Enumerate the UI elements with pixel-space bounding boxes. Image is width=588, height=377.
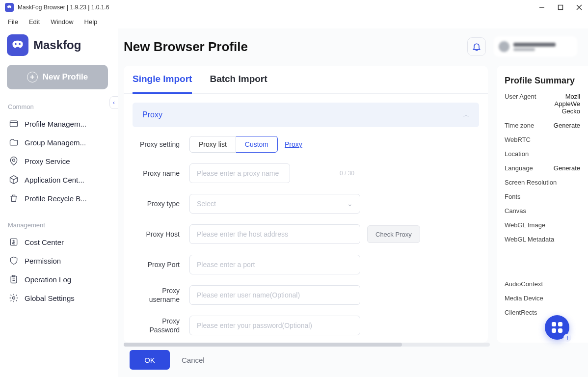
proxy-password-label: Proxy Password: [136, 317, 189, 334]
gear-icon: [9, 293, 19, 303]
window-close-icon[interactable]: [575, 3, 583, 11]
new-profile-label: New Profile: [43, 72, 88, 82]
proxy-port-label: Proxy Port: [136, 260, 189, 269]
page-title: New Browser Profile: [124, 39, 467, 54]
proxy-host-input[interactable]: [189, 224, 360, 244]
sidebar-item-label: Permission: [25, 257, 61, 265]
summary-audio: AudioContext: [505, 280, 580, 288]
proxy-name-label: Proxy name: [136, 169, 189, 178]
user-menu[interactable]: [494, 36, 577, 57]
menu-window[interactable]: Window: [46, 17, 78, 27]
segment-proxy-list[interactable]: Proxy list: [189, 136, 236, 153]
svg-rect-1: [559, 5, 563, 10]
dollar-icon: [9, 237, 19, 247]
app-icon: [5, 3, 14, 12]
proxy-type-placeholder: Select: [197, 200, 216, 208]
summary-timezone-value: Generate: [554, 122, 580, 129]
trash-icon: [9, 193, 19, 203]
menu-edit[interactable]: Edit: [24, 17, 45, 27]
fab-add-badge: +: [563, 334, 571, 342]
sidebar-item-application-center[interactable]: Application Cent...: [7, 170, 111, 189]
proxy-port-input[interactable]: [189, 255, 360, 274]
menu-file[interactable]: File: [3, 17, 23, 27]
import-tabs: Single Import Batch Import: [124, 66, 488, 94]
sidebar-item-label: Operation Log: [25, 275, 71, 284]
segment-custom[interactable]: Custom: [236, 136, 278, 153]
check-proxy-button[interactable]: Check Proxy: [367, 225, 420, 243]
chevron-up-icon: ︿: [463, 111, 469, 119]
proxy-type-select[interactable]: Select ⌄: [189, 194, 360, 214]
proxy-username-label: Proxy username: [136, 286, 189, 304]
sidebar-item-permission[interactable]: Permission: [7, 251, 111, 270]
sidebar-item-proxy-service[interactable]: Proxy Service: [7, 152, 111, 170]
menu-help[interactable]: Help: [80, 17, 103, 27]
proxy-name-input[interactable]: [189, 163, 290, 183]
sidebar-item-global-settings[interactable]: Global Settings: [7, 289, 111, 307]
tab-batch-import[interactable]: Batch Import: [210, 74, 267, 93]
sidebar-collapse-button[interactable]: ‹: [109, 96, 118, 109]
nav-section-management: Management: [8, 221, 111, 229]
chevron-down-icon: ⌄: [347, 200, 353, 208]
summary-location: Location: [505, 150, 580, 158]
main-area: New Browser Profile Single Import Batch …: [118, 28, 588, 377]
sidebar-item-label: Profile Managem...: [25, 120, 86, 128]
summary-timezone-label: Time zone: [505, 122, 534, 129]
proxy-link[interactable]: Proxy: [285, 140, 302, 148]
proxy-username-input[interactable]: [189, 285, 360, 305]
svg-point-5: [19, 43, 21, 45]
summary-language-label: Language: [505, 164, 533, 172]
proxy-setting-label: Proxy setting: [136, 140, 189, 149]
location-icon: [9, 156, 19, 166]
window-maximize-icon[interactable]: [557, 3, 564, 11]
package-icon: [9, 175, 19, 185]
sidebar-item-operation-log[interactable]: Operation Log: [7, 270, 111, 289]
summary-fonts: Fonts: [505, 193, 580, 200]
folder-icon: [9, 137, 19, 147]
sidebar-item-label: Group Managem...: [25, 138, 86, 147]
sidebar-item-group-management[interactable]: Group Managem...: [7, 133, 111, 152]
sidebar-item-label: Global Settings: [25, 294, 75, 302]
fab-button[interactable]: +: [545, 315, 569, 340]
summary-rects: ClientRects: [505, 309, 580, 316]
summary-screen: Screen Resolution: [505, 179, 580, 186]
summary-title: Profile Summary: [505, 76, 580, 86]
ok-button[interactable]: OK: [130, 350, 170, 370]
summary-webrtc: WebRTC: [505, 136, 580, 143]
clipboard-icon: [9, 274, 19, 284]
notifications-button[interactable]: [467, 37, 486, 56]
sidebar-item-label: Application Cent...: [25, 176, 84, 184]
proxy-section-label: Proxy: [142, 110, 162, 119]
content-panel: Single Import Batch Import Proxy ︿ Proxy…: [124, 66, 488, 343]
tab-single-import[interactable]: Single Import: [133, 74, 192, 94]
summary-ua-label: User Agent: [505, 93, 536, 100]
window-minimize-icon[interactable]: [538, 3, 546, 11]
proxy-host-label: Proxy Host: [136, 230, 189, 239]
avatar: [499, 41, 509, 52]
new-profile-button[interactable]: + New Profile: [7, 65, 108, 89]
sidebar-item-label: Cost Center: [25, 238, 64, 246]
proxy-type-label: Proxy type: [136, 199, 189, 208]
summary-webgl-image: WebGL Image: [505, 221, 580, 229]
summary-media: Media Device: [505, 295, 580, 302]
horizontal-scrollbar[interactable]: [124, 343, 490, 347]
svg-point-15: [13, 297, 15, 299]
grid-icon: [552, 322, 562, 333]
svg-point-4: [15, 43, 17, 45]
sidebar: Maskfog + New Profile ‹ Common Profile M…: [0, 28, 118, 377]
logo-text: Maskfog: [33, 38, 81, 52]
window-title: MaskFog Browser | 1.9.23 | 1.0.1.6: [18, 4, 538, 11]
cancel-button[interactable]: Cancel: [182, 356, 205, 364]
proxy-setting-segment: Proxy list Custom: [189, 136, 278, 153]
sidebar-item-label: Proxy Service: [25, 157, 70, 165]
proxy-section-header[interactable]: Proxy ︿: [133, 103, 479, 127]
sidebar-item-recycle-bin[interactable]: Profile Recycle B...: [7, 189, 111, 208]
titlebar: MaskFog Browser | 1.9.23 | 1.0.1.6: [0, 0, 588, 15]
summary-webgl-meta: WebGL Metadata: [505, 236, 580, 243]
menubar: File Edit Window Help: [0, 15, 588, 28]
profile-icon: [9, 119, 19, 129]
sidebar-item-cost-center[interactable]: Cost Center: [7, 233, 111, 251]
sidebar-item-profile-management[interactable]: Profile Managem...: [7, 114, 111, 133]
nav-section-common: Common: [8, 103, 111, 110]
proxy-password-input[interactable]: [189, 316, 360, 335]
shield-icon: [9, 256, 19, 266]
